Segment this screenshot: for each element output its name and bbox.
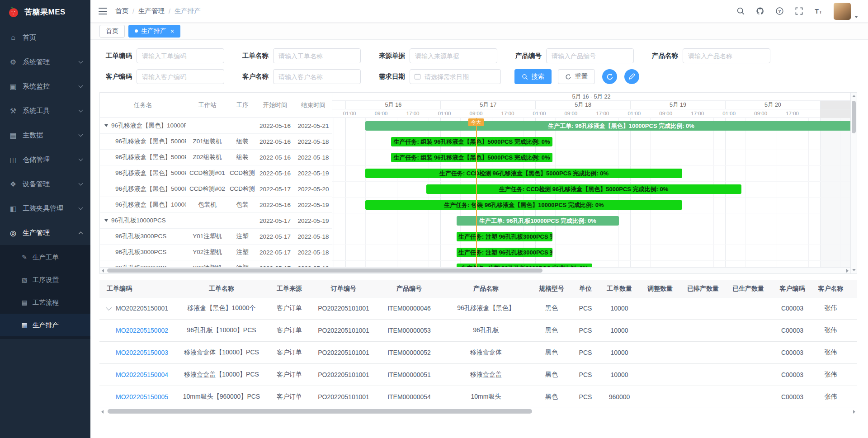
customer-name-input[interactable] — [273, 69, 361, 84]
scroll-down-arrow-icon[interactable] — [852, 269, 856, 271]
gantt-vscroll-thumb[interactable] — [852, 101, 856, 133]
scroll-up-arrow-icon[interactable] — [852, 95, 856, 97]
order-cell: 2022-05-20 — [848, 371, 857, 378]
filter-row-1: 工单编码工单名称来源单据产品编号产品名称 — [99, 48, 857, 63]
help-icon[interactable]: ? — [775, 7, 784, 15]
tab-close-icon[interactable]: × — [170, 28, 174, 34]
gantt-bar-task[interactable]: 生产任务: 注塑 96孔孔板3000PCS 完成比例: 0% — [457, 232, 552, 241]
gantt-task-row[interactable]: 96孔移液盒【黑色】10000PCS2022-05-162022-05-21 — [100, 118, 332, 134]
gantt-bar-order[interactable]: 生产工单: 96孔移液盒【黑色】10000PCS 完成比例: 0% — [365, 121, 850, 131]
sidebar-item-warehouse-management[interactable]: ◫仓储管理 — [0, 147, 90, 172]
order-row[interactable]: MO20220515000296孔孔板【10000】PCS客户订单PO20220… — [99, 320, 857, 342]
orders-column-header: 单位 — [572, 285, 599, 293]
orders-hscroll-thumb[interactable] — [108, 409, 532, 414]
gantt-task-row[interactable]: 96孔移液盒【黑色】5000PCSCCD检测#02CCD检测2022-05-17… — [100, 181, 332, 197]
breadcrumb: 首页/生产管理/生产排产 — [115, 7, 201, 15]
orders-table-body: MO202205150001移液盒【黑色】10000个客户订单PO2022051… — [99, 297, 857, 408]
sidebar-item-device-management[interactable]: ❖设备管理 — [0, 172, 90, 196]
sidebar-item-production-scheduling[interactable]: ▦生产排产 — [0, 314, 90, 336]
gantt-task-row[interactable]: 96孔孔板3000PCSY03注塑机注塑2022-05-172022-05-19 — [100, 260, 332, 267]
gantt-horizontal-scrollbar[interactable] — [100, 267, 850, 273]
gantt-task-row[interactable]: 96孔移液盒【黑色】5000PCSZ01组装机组装2022-05-162022-… — [100, 134, 332, 150]
gantt-bar-task[interactable]: 生产任务: 注塑 96孔孔板3000PCS 完成比例: 0% — [457, 248, 552, 257]
gantt-task-row[interactable]: 96孔移液盒【黑色】5000PCSZ02组装机组装2022-05-162022-… — [100, 150, 332, 165]
scroll-left-arrow-icon[interactable] — [101, 410, 104, 414]
sidebar-item-system-management[interactable]: ⚙系统管理 — [0, 50, 90, 74]
sidebar-item-label: 工艺流程 — [33, 298, 59, 307]
breadcrumb-item[interactable]: 生产管理 — [138, 7, 165, 15]
gantt-hscroll-thumb[interactable] — [107, 268, 542, 273]
orders-table-header: 工单编码工单名称工单来源订单编号产品编号产品名称规格型号单位工单数量调整数量已排… — [99, 280, 857, 297]
order-row[interactable]: MO20220515000510mm吸头【960000】PCS客户订单PO202… — [99, 386, 857, 408]
gantt-bar-task[interactable]: 生产任务: 组装 96孔移液盒【黑色】5000PCS 完成比例: 0% — [391, 137, 552, 146]
order-row[interactable]: MO202205150004移液盒盒盖【10000】PCS客户订单PO20220… — [99, 364, 857, 386]
scroll-left-arrow-icon[interactable] — [102, 269, 104, 273]
refresh-button[interactable] — [602, 69, 617, 84]
order-row[interactable]: MO202205150001移液盒【黑色】10000个客户订单PO2022051… — [99, 297, 857, 320]
avatar[interactable] — [834, 3, 851, 20]
search-button[interactable]: 搜索 — [514, 69, 552, 84]
product-name-input[interactable] — [683, 48, 770, 63]
order-row[interactable]: MO202205150003移液盒盒体【10000】PCS客户订单PO20220… — [99, 342, 857, 364]
row-collapse-icon[interactable] — [104, 219, 108, 222]
gantt-bar-task[interactable]: 生产任务: CCD检测 96孔移液盒【黑色】5000PCS 完成比例: 0% — [426, 184, 741, 194]
search-icon[interactable] — [736, 7, 745, 15]
edit-button[interactable] — [624, 69, 639, 84]
logo[interactable]: 苦糖果MES — [0, 0, 90, 24]
sidebar-item-home[interactable]: ⌂首页 — [0, 25, 90, 50]
sidebar-item-process-settings[interactable]: ▧工序设置 — [0, 268, 90, 291]
sidebar-item-production-order[interactable]: ✎生产工单 — [0, 246, 90, 268]
font-size-icon[interactable]: T T — [814, 7, 823, 15]
customer-code-input[interactable] — [137, 69, 224, 84]
order-cell: 96孔孔板【10000】PCS — [174, 326, 269, 334]
order-link[interactable]: MO202205150002 — [116, 327, 168, 334]
order-link[interactable]: MO202205150004 — [116, 371, 168, 378]
row-collapse-icon[interactable] — [104, 124, 108, 127]
order-link[interactable]: MO202205150001 — [116, 305, 168, 312]
orders-column-header: 产品编号 — [377, 285, 441, 293]
reset-button[interactable]: 重置 — [558, 69, 595, 84]
demand-date-input[interactable] — [410, 69, 501, 84]
sidebar-item-production-management[interactable]: ◎生产管理 — [0, 221, 90, 245]
sidebar-menu: ⌂首页⚙系统管理▣系统监控⚒系统工具▤主数据◫仓储管理❖设备管理◧工装夹具管理◎… — [0, 24, 90, 438]
scroll-right-arrow-icon[interactable] — [853, 410, 855, 414]
gantt-bar-task[interactable]: 生产任务: 包装 96孔移液盒【黑色】10000PCS 完成比例: 0% — [365, 200, 682, 210]
orders-horizontal-scrollbar[interactable] — [99, 409, 857, 414]
tab-home[interactable]: 首页 — [99, 25, 125, 38]
gantt-task-row[interactable]: 96孔孔板3000PCSY01注塑机注塑2022-05-172022-05-18 — [100, 229, 332, 245]
gantt-bar-task[interactable]: 生产任务: 注塑 96孔孔板3000PCS 完成比例: 0% — [457, 264, 592, 267]
collapse-sidebar-button[interactable] — [99, 8, 107, 14]
gantt-end-cell: 2022-05-18 — [294, 233, 332, 240]
order-name-input[interactable] — [273, 48, 361, 63]
scroll-right-arrow-icon[interactable] — [846, 269, 849, 273]
order-link[interactable]: MO202205150003 — [116, 349, 168, 356]
order-code-input[interactable] — [137, 48, 224, 63]
gantt-task-row[interactable]: 96孔移液盒【黑色】10000PCS包装机包装2022-05-162022-05… — [100, 197, 332, 213]
gantt-hour-row: 01:0009:0017:0001:0009:0017:0001:0009:00… — [332, 109, 850, 118]
gantt-bar-order[interactable]: 生产工单: 96孔孔板10000PCS 完成比例: 0% — [457, 216, 619, 226]
github-icon[interactable] — [756, 7, 764, 15]
tab-label: 首页 — [106, 27, 118, 35]
row-expand-icon[interactable] — [106, 305, 112, 310]
sidebar-item-fixture-management[interactable]: ◧工装夹具管理 — [0, 196, 90, 221]
gantt-task-row[interactable]: 96孔移液盒【黑色】5000PCSCCD检测#01CCD检测2022-05-16… — [100, 165, 332, 181]
gantt-task-row[interactable]: 96孔孔板3000PCSY02注塑机注塑2022-05-172022-05-18 — [100, 245, 332, 260]
sidebar-item-master-data[interactable]: ▤主数据 — [0, 123, 90, 147]
gantt-bar-task[interactable]: 生产任务: 组装 96孔移液盒【黑色】5000PCS 完成比例: 0% — [391, 153, 552, 162]
gantt-vertical-scrollbar[interactable] — [850, 93, 857, 273]
orders-table: 工单编码工单名称工单来源订单编号产品编号产品名称规格型号单位工单数量调整数量已排… — [99, 280, 857, 408]
avatar-dropdown-caret-icon[interactable] — [854, 16, 858, 18]
product-code-input[interactable] — [546, 48, 634, 63]
gantt-bar-task[interactable]: 生产任务: CCD检测 96孔移液盒【黑色】5000PCS 完成比例: 0% — [365, 169, 682, 178]
sidebar-item-system-monitor[interactable]: ▣系统监控 — [0, 74, 90, 99]
breadcrumb-item[interactable]: 首页 — [115, 7, 128, 15]
sidebar-item-process-flow[interactable]: ▤工艺流程 — [0, 291, 90, 314]
fullscreen-icon[interactable] — [795, 7, 803, 15]
order-link[interactable]: MO202205150005 — [116, 393, 168, 400]
sidebar-item-system-tools[interactable]: ⚒系统工具 — [0, 99, 90, 123]
tab-production-scheduling[interactable]: 生产排产× — [128, 25, 180, 38]
gantt-end-cell: 2022-05-20 — [294, 186, 332, 193]
gantt-task-row[interactable]: 96孔孔板10000PCS2022-05-172022-05-19 — [100, 213, 332, 229]
filter-label: 客户编码 — [99, 72, 132, 81]
source-doc-input[interactable] — [410, 48, 497, 63]
